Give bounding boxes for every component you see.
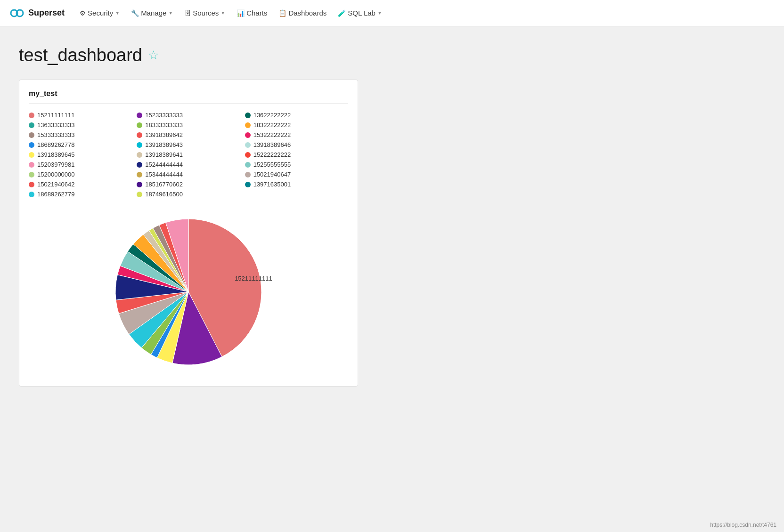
legend-item: 15344444444 (137, 171, 240, 178)
page-content: test_dashboard ☆ my_test 152111111111523… (0, 26, 784, 405)
legend-label: 18749616500 (145, 191, 183, 198)
legend-label: 13918389641 (145, 151, 183, 158)
legend-dot (245, 152, 251, 158)
nav-label: Manage (141, 9, 166, 17)
nav-item-sources[interactable]: 🗄Sources▼ (179, 5, 231, 21)
legend-label: 13633333333 (37, 121, 75, 129)
legend-item: 15244444444 (137, 161, 240, 168)
legend-item: 13918389646 (245, 141, 348, 148)
brand-logo[interactable]: Superset (9, 6, 65, 21)
legend-label: 15333333333 (37, 131, 75, 138)
legend-label: 13918389642 (145, 131, 183, 138)
legend-dot (29, 113, 34, 118)
legend-item: 15333333333 (29, 131, 132, 138)
nav-item-security[interactable]: ⚙Security▼ (74, 5, 125, 21)
legend-item: 13622222222 (245, 112, 348, 119)
legend-label: 18689262779 (37, 191, 75, 198)
legend-item: 15255555555 (245, 161, 348, 168)
legend-dot (137, 113, 142, 118)
nav-item-charts[interactable]: 📊Charts (231, 5, 273, 21)
legend-item: 13971635001 (245, 181, 348, 188)
page-title: test_dashboard (19, 45, 142, 65)
legend-label: 15233333333 (145, 112, 183, 119)
legend-item: 15322222222 (245, 131, 348, 138)
legend-dot (245, 132, 251, 138)
legend-item: 18322222222 (245, 121, 348, 129)
legend-item: 15021940642 (29, 181, 132, 188)
legend-label: 18333333333 (145, 121, 183, 129)
legend-item: 13918389641 (137, 151, 240, 158)
nav-label: Dashboards (288, 9, 327, 17)
legend-label: 13918389645 (37, 151, 75, 158)
legend-label: 15021940642 (37, 181, 75, 188)
legend-item: 18516770602 (137, 181, 240, 188)
legend-label: 13918389643 (145, 141, 183, 148)
legend-item: 18333333333 (137, 121, 240, 129)
legend-label: 15344444444 (145, 171, 183, 178)
nav-item-dashboards[interactable]: 📋Dashboards (273, 5, 332, 21)
legend-dot (245, 162, 251, 168)
legend-dot (137, 162, 142, 168)
charts-icon: 📊 (237, 9, 245, 17)
legend-dot (29, 162, 34, 168)
legend-dot (245, 182, 251, 187)
legend-dot (29, 182, 34, 187)
pie-chart: 1521111111115233333333 (104, 207, 273, 377)
legend-item: 13918389645 (29, 151, 132, 158)
legend-dot (245, 113, 251, 118)
legend-item: 13918389643 (137, 141, 240, 148)
legend-item: 18689262778 (29, 141, 132, 148)
legend-label: 18689262778 (37, 141, 75, 148)
legend-item: 15200000000 (29, 171, 132, 178)
legend-item: 18689262779 (29, 191, 132, 198)
legend-label: 13622222222 (253, 112, 291, 119)
navbar: Superset ⚙Security▼🔧Manage▼🗄Sources▼📊Cha… (0, 0, 784, 26)
pie-chart-container: 1521111111115233333333 (29, 207, 348, 377)
legend-label: 15222222222 (253, 151, 291, 158)
legend-item: 15021940647 (245, 171, 348, 178)
legend-label: 15203979981 (37, 161, 75, 168)
chevron-down-icon: ▼ (220, 10, 225, 16)
legend-label: 15322222222 (253, 131, 291, 138)
favorite-star-icon[interactable]: ☆ (148, 48, 159, 63)
legend-dot (29, 192, 34, 197)
legend-dot (137, 142, 142, 148)
nav-label: Charts (246, 9, 267, 17)
manage-icon: 🔧 (131, 9, 139, 17)
legend-dot (29, 142, 34, 148)
security-icon: ⚙ (80, 9, 86, 17)
chart-title: my_test (29, 89, 348, 104)
chevron-down-icon: ▼ (115, 10, 120, 16)
legend-label: 13918389646 (253, 141, 291, 148)
legend-dot (137, 172, 142, 177)
legend-label: 15255555555 (253, 161, 291, 168)
legend-label: 15021940647 (253, 171, 291, 178)
page-title-container: test_dashboard ☆ (19, 45, 765, 65)
legend-dot (137, 192, 142, 197)
legend-label: 15200000000 (37, 171, 75, 178)
legend-dot (245, 122, 251, 128)
nav-item-manage[interactable]: 🔧Manage▼ (125, 5, 179, 21)
legend-dot (29, 152, 34, 158)
chevron-down-icon: ▼ (168, 10, 173, 16)
legend-item: 15222222222 (245, 151, 348, 158)
sqllab-icon: 🧪 (338, 9, 346, 17)
pie-label: 15211111111 (235, 275, 272, 282)
nav-label: Sources (193, 9, 219, 17)
superset-icon (9, 6, 24, 21)
nav-item-sql-lab[interactable]: 🧪SQL Lab▼ (332, 5, 388, 21)
chevron-down-icon: ▼ (377, 10, 382, 16)
sources-icon: 🗄 (184, 9, 191, 17)
nav-label: Security (88, 9, 113, 17)
legend-label: 13971635001 (253, 181, 291, 188)
legend-label: 15244444444 (145, 161, 183, 168)
legend-item: 15211111111 (29, 112, 132, 119)
legend-dot (29, 172, 34, 177)
legend-item: 15233333333 (137, 112, 240, 119)
legend-dot (137, 122, 142, 128)
legend-item: 13918389642 (137, 131, 240, 138)
nav-label: SQL Lab (348, 9, 376, 17)
legend-item: 18749616500 (137, 191, 240, 198)
legend-dot (137, 132, 142, 138)
legend-dot (245, 172, 251, 177)
